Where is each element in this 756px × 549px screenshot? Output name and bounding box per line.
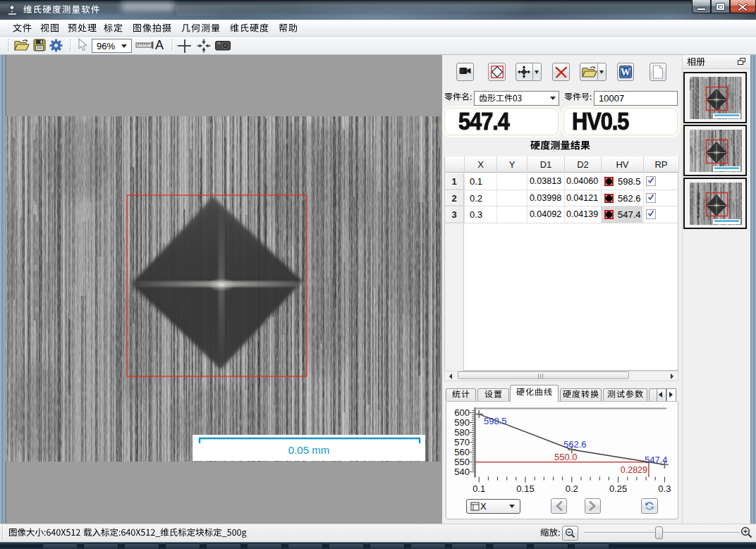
svg-text:W: W: [621, 67, 630, 78]
